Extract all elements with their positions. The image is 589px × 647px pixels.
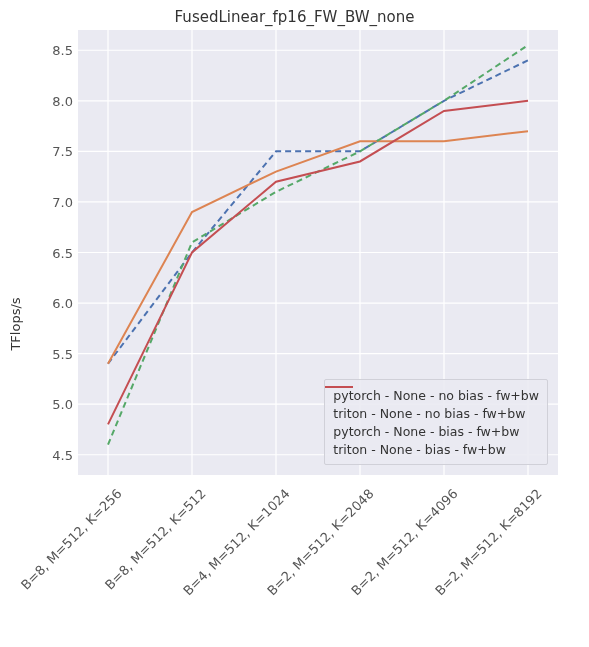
legend-entry: triton - None - bias - fw+bw (333, 440, 539, 458)
series-line (108, 101, 528, 425)
y-tick-label: 8.0 (0, 93, 73, 108)
y-tick-label: 5.5 (0, 346, 73, 361)
legend-label: pytorch - None - bias - fw+bw (333, 424, 519, 439)
series-line (108, 60, 528, 363)
y-tick-label: 4.5 (0, 447, 73, 462)
y-tick-label: 6.5 (0, 245, 73, 260)
legend-label: triton - None - no bias - fw+bw (333, 406, 525, 421)
y-tick-label: 5.0 (0, 397, 73, 412)
y-tick-labels: 4.55.05.56.06.57.07.58.08.5 (0, 30, 73, 475)
y-tick-label: 6.0 (0, 296, 73, 311)
legend-entry: pytorch - None - no bias - fw+bw (333, 386, 539, 404)
legend: pytorch - None - no bias - fw+bwtriton -… (324, 379, 548, 465)
legend-entry: pytorch - None - bias - fw+bw (333, 422, 539, 440)
y-tick-label: 8.5 (0, 43, 73, 58)
plot-area: pytorch - None - no bias - fw+bwtriton -… (78, 30, 558, 475)
figure: FusedLinear_fp16_FW_BW_none TFlops/s 4.5… (0, 0, 589, 647)
legend-swatch (325, 380, 353, 394)
legend-entry: triton - None - no bias - fw+bw (333, 404, 539, 422)
legend-label: pytorch - None - no bias - fw+bw (333, 388, 539, 403)
y-tick-label: 7.0 (0, 194, 73, 209)
y-tick-label: 7.5 (0, 144, 73, 159)
chart-title: FusedLinear_fp16_FW_BW_none (0, 8, 589, 26)
legend-label: triton - None - bias - fw+bw (333, 442, 506, 457)
x-tick-labels: B=8, M=512, K=256B=8, M=512, K=512B=4, M… (78, 480, 558, 640)
series-line (108, 131, 528, 364)
